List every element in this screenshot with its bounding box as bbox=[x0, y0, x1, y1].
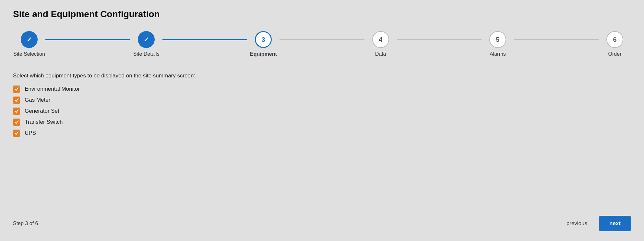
connector-3-4 bbox=[280, 39, 364, 40]
list-item: UPS bbox=[13, 130, 631, 137]
next-button[interactable]: next bbox=[599, 216, 631, 231]
check-icon bbox=[14, 109, 19, 113]
step-2-circle: ✓ bbox=[138, 31, 155, 48]
step-4-circle: 4 bbox=[372, 31, 389, 48]
check-icon bbox=[14, 98, 19, 102]
previous-button[interactable]: previous bbox=[560, 216, 594, 231]
check-icon bbox=[14, 120, 19, 124]
step-5: 5 Alarms bbox=[482, 31, 514, 57]
step-5-label: Alarms bbox=[490, 51, 506, 57]
step-3-circle: 3 bbox=[255, 31, 272, 48]
content-area: Select which equipment types to be displ… bbox=[13, 73, 631, 209]
list-item: Environmental Monitor bbox=[13, 86, 631, 93]
step-2-label: Site Details bbox=[133, 51, 160, 57]
step-5-number: 5 bbox=[496, 36, 499, 43]
step-4: 4 Data bbox=[364, 31, 397, 57]
connector-5-6 bbox=[514, 39, 599, 40]
instruction-text: Select which equipment types to be displ… bbox=[13, 73, 631, 79]
step-1-circle: ✓ bbox=[21, 31, 38, 48]
step-1: ✓ Site Selection bbox=[13, 31, 45, 57]
checkbox-label-transfer-switch: Transfer Switch bbox=[25, 119, 63, 125]
list-item: Generator Set bbox=[13, 108, 631, 115]
list-item: Transfer Switch bbox=[13, 119, 631, 126]
step-3-number: 3 bbox=[262, 36, 265, 43]
step-5-circle: 5 bbox=[489, 31, 506, 48]
checkbox-label-generator-set: Generator Set bbox=[25, 108, 59, 114]
step-6-circle: 6 bbox=[606, 31, 623, 48]
stepper: ✓ Site Selection ✓ Site Details 3 Equipm… bbox=[13, 31, 631, 57]
page-title: Site and Equipment Configuration bbox=[13, 9, 631, 19]
step-count: Step 3 of 6 bbox=[13, 221, 38, 226]
checkbox-generator-set[interactable] bbox=[13, 108, 20, 115]
checkbox-gas-meter[interactable] bbox=[13, 97, 20, 104]
step-3-label: Equipment bbox=[250, 51, 277, 57]
checkbox-label-environmental-monitor: Environmental Monitor bbox=[25, 86, 80, 92]
checkbox-ups[interactable] bbox=[13, 130, 20, 137]
list-item: Gas Meter bbox=[13, 97, 631, 104]
checkbox-environmental-monitor[interactable] bbox=[13, 86, 20, 93]
step-4-label: Data bbox=[375, 51, 386, 57]
page-container: Site and Equipment Configuration ✓ Site … bbox=[0, 0, 644, 241]
check-icon bbox=[14, 87, 19, 91]
connector-1-2 bbox=[45, 39, 130, 40]
step-1-checkmark: ✓ bbox=[27, 36, 32, 43]
step-2-checkmark: ✓ bbox=[144, 36, 149, 43]
footer-buttons: previous next bbox=[560, 216, 631, 231]
step-6-label: Order bbox=[608, 51, 622, 57]
step-2: ✓ Site Details bbox=[130, 31, 162, 57]
checkbox-label-ups: UPS bbox=[25, 130, 36, 136]
step-4-number: 4 bbox=[379, 36, 382, 43]
checkbox-label-gas-meter: Gas Meter bbox=[25, 97, 50, 103]
step-1-label: Site Selection bbox=[13, 51, 45, 57]
step-6-number: 6 bbox=[613, 36, 616, 43]
footer: Step 3 of 6 previous next bbox=[13, 209, 631, 231]
connector-4-5 bbox=[397, 39, 482, 40]
step-6: 6 Order bbox=[599, 31, 631, 57]
step-3: 3 Equipment bbox=[247, 31, 280, 57]
connector-2-3 bbox=[162, 39, 247, 40]
checkbox-transfer-switch[interactable] bbox=[13, 119, 20, 126]
check-icon bbox=[14, 131, 19, 135]
checkbox-list: Environmental Monitor Gas Meter Gene bbox=[13, 86, 631, 137]
